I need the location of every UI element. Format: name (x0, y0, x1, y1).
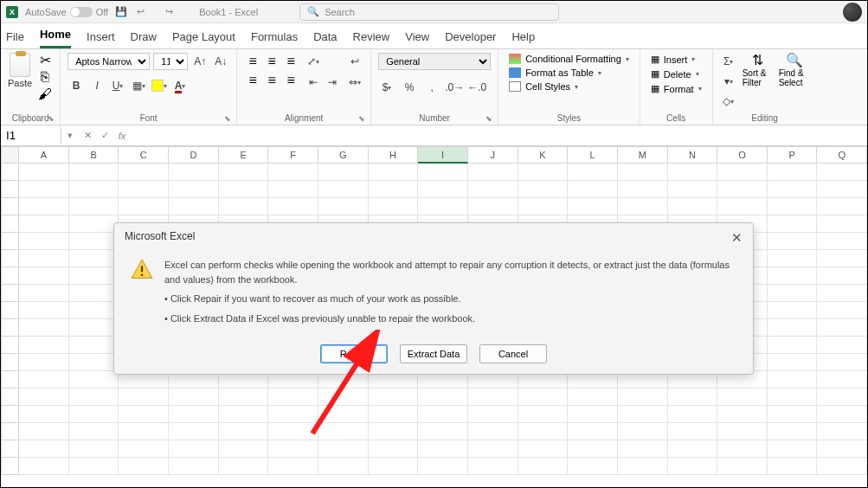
cell[interactable] (219, 164, 269, 181)
row-header[interactable] (1, 406, 19, 423)
cell[interactable] (219, 388, 269, 406)
cell[interactable] (268, 181, 318, 198)
cell[interactable] (69, 198, 119, 215)
cancel-button[interactable]: Cancel (479, 344, 547, 363)
cell[interactable] (717, 164, 768, 181)
tab-help[interactable]: Help (511, 27, 535, 48)
tab-view[interactable]: View (405, 27, 429, 48)
cell[interactable] (568, 388, 618, 406)
cut-icon[interactable]: ✂ (37, 53, 53, 67)
tab-file[interactable]: File (6, 27, 24, 48)
cell[interactable] (69, 440, 119, 458)
number-format-select[interactable]: General (378, 53, 491, 70)
cell[interactable] (219, 181, 269, 198)
col-header[interactable]: N (668, 146, 718, 164)
orientation-icon[interactable]: ⤢ (305, 53, 322, 70)
align-right-icon[interactable]: ≡ (282, 72, 299, 89)
cell[interactable] (518, 406, 569, 423)
cell-styles-button[interactable]: Cell Styles (505, 80, 633, 93)
tab-draw[interactable]: Draw (131, 27, 157, 48)
row-header[interactable] (1, 215, 19, 233)
tab-data[interactable]: Data (313, 27, 337, 48)
dialog-launcher-icon[interactable]: ⬊ (224, 114, 231, 123)
format-as-table-button[interactable]: Format as Table (505, 67, 633, 79)
cell[interactable] (768, 440, 818, 458)
cell[interactable] (768, 423, 818, 440)
cell[interactable] (518, 181, 569, 198)
dialog-launcher-icon[interactable]: ⬊ (358, 114, 365, 123)
cell[interactable] (69, 181, 119, 198)
col-header[interactable]: P (768, 146, 818, 164)
cell[interactable] (768, 164, 818, 181)
cell[interactable] (219, 198, 269, 215)
cell[interactable] (768, 267, 818, 285)
cell[interactable] (618, 423, 668, 440)
autosum-icon[interactable]: Σ (720, 53, 737, 70)
cell[interactable] (568, 440, 618, 458)
name-box-dropdown-icon[interactable]: ▾ (61, 127, 79, 144)
fx-icon[interactable]: fx (113, 127, 131, 144)
cell[interactable] (418, 406, 468, 423)
fill-color-icon[interactable] (151, 77, 168, 94)
col-header[interactable]: Q (817, 146, 867, 164)
save-icon[interactable]: 💾 (115, 6, 127, 18)
decrease-decimal-icon[interactable]: ←.0 (468, 79, 485, 96)
cell[interactable] (268, 164, 318, 181)
fill-icon[interactable]: ▾ (720, 73, 737, 90)
dialog-launcher-icon[interactable]: ⬊ (485, 114, 492, 123)
cell[interactable] (668, 440, 718, 458)
cell[interactable] (768, 302, 818, 319)
tab-home[interactable]: Home (40, 24, 71, 48)
cell[interactable] (69, 267, 119, 285)
cell[interactable] (119, 458, 169, 475)
cell[interactable] (418, 423, 468, 440)
delete-cells-button[interactable]: ▦Delete (647, 67, 705, 80)
cell[interactable] (618, 164, 668, 181)
row-header[interactable] (1, 440, 19, 458)
cell[interactable] (668, 458, 718, 475)
font-size-select[interactable]: 11 (153, 53, 188, 70)
col-header[interactable]: C (119, 146, 169, 164)
cell[interactable] (69, 388, 119, 406)
format-cells-button[interactable]: ▦Format (647, 82, 705, 95)
insert-cells-button[interactable]: ▦Insert (647, 53, 705, 66)
cell[interactable] (418, 458, 468, 475)
cell[interactable] (568, 198, 618, 215)
col-header[interactable]: M (618, 146, 668, 164)
cell[interactable] (69, 233, 119, 250)
cell[interactable] (768, 181, 818, 198)
cell[interactable] (518, 388, 569, 406)
tab-page-layout[interactable]: Page Layout (172, 27, 235, 48)
cell[interactable] (169, 440, 219, 458)
clear-icon[interactable]: ◇ (720, 93, 737, 110)
cell[interactable] (768, 285, 818, 302)
row-header[interactable] (1, 337, 19, 354)
row-header[interactable] (1, 458, 19, 475)
cell[interactable] (318, 181, 369, 198)
cell[interactable] (369, 164, 419, 181)
col-header[interactable]: L (568, 146, 618, 164)
font-name-select[interactable]: Aptos Narrow (68, 53, 150, 70)
cell[interactable] (768, 458, 818, 475)
cell[interactable] (169, 423, 219, 440)
select-all-corner[interactable] (1, 146, 19, 164)
cell[interactable] (119, 406, 169, 423)
col-header[interactable]: F (268, 146, 318, 164)
cell[interactable] (768, 215, 818, 233)
col-header[interactable]: A (19, 146, 69, 164)
cell[interactable] (668, 388, 718, 406)
cell[interactable] (717, 458, 768, 475)
cell[interactable] (768, 406, 818, 423)
repair-button[interactable]: Repair (320, 344, 388, 363)
cell[interactable] (518, 423, 569, 440)
cell[interactable] (418, 440, 468, 458)
cell[interactable] (817, 233, 867, 250)
cell[interactable] (219, 406, 269, 423)
align-top-icon[interactable]: ≡ (244, 53, 261, 70)
extract-data-button[interactable]: Extract Data (400, 344, 467, 363)
cell[interactable] (817, 371, 867, 388)
font-color-icon[interactable]: A (171, 77, 189, 94)
cell[interactable] (69, 285, 119, 302)
underline-icon[interactable]: U (109, 77, 126, 94)
cell[interactable] (119, 440, 169, 458)
